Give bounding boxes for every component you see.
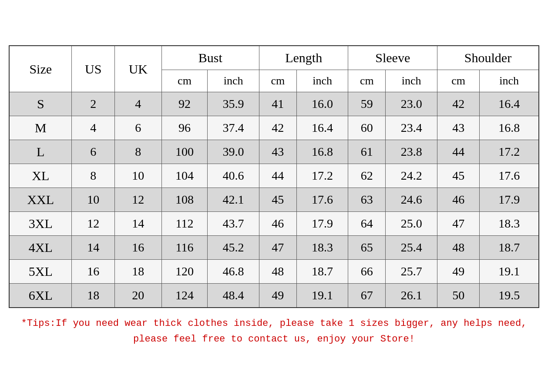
length-cm-header: cm — [259, 70, 296, 92]
table-row: M469637.44216.46023.44316.8 — [9, 116, 539, 140]
size-chart-table: Size US UK Bust Length Sleeve Shoulder c… — [9, 45, 539, 308]
table-body: S249235.94116.05923.04216.4M469637.44216… — [9, 92, 539, 308]
header-row-top: Size US UK Bust Length Sleeve Shoulder — [9, 46, 539, 70]
sleeve-inch-header: inch — [386, 70, 437, 92]
table-row: S249235.94116.05923.04216.4 — [9, 92, 539, 116]
shoulder-header: Shoulder — [437, 46, 539, 70]
bust-cm-header: cm — [161, 70, 207, 92]
shoulder-inch-header: inch — [480, 70, 539, 92]
table-row: XXL101210842.14517.66324.64617.9 — [9, 188, 539, 212]
length-header: Length — [259, 46, 348, 70]
table-row: 5XL161812046.84818.76625.74919.1 — [9, 260, 539, 284]
sleeve-cm-header: cm — [348, 70, 386, 92]
us-header: US — [72, 46, 114, 92]
table-row: 6XL182012448.44919.16726.15019.5 — [9, 284, 539, 308]
size-header: Size — [9, 46, 72, 92]
uk-header: UK — [114, 46, 161, 92]
bust-inch-header: inch — [208, 70, 259, 92]
main-container: Size US UK Bust Length Sleeve Shoulder c… — [9, 45, 539, 346]
table-row: XL81010440.64417.26224.24517.6 — [9, 164, 539, 188]
table-row: L6810039.04316.86123.84417.2 — [9, 140, 539, 164]
shoulder-cm-header: cm — [437, 70, 480, 92]
table-row: 3XL121411243.74617.96425.04718.3 — [9, 212, 539, 236]
sleeve-header: Sleeve — [348, 46, 437, 70]
bust-header: Bust — [161, 46, 259, 70]
table-row: 4XL141611645.24718.36525.44818.7 — [9, 236, 539, 260]
tips-text: *Tips:If you need wear thick clothes ins… — [9, 316, 539, 346]
length-inch-header: inch — [296, 70, 348, 92]
